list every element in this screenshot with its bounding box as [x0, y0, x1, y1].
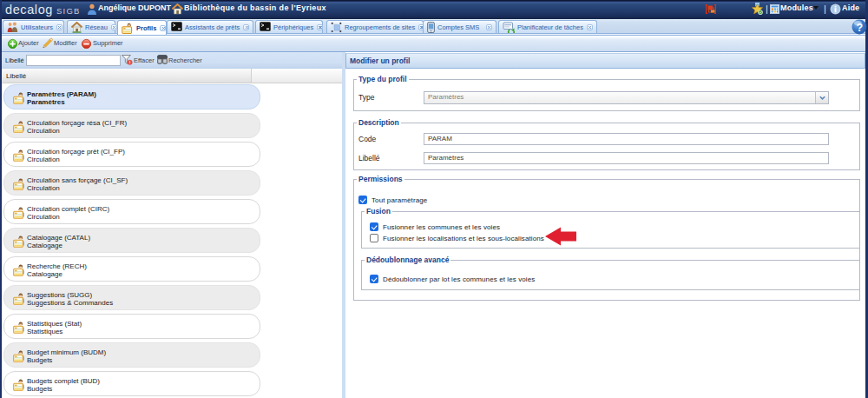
svg-text:?: ?	[856, 22, 863, 34]
